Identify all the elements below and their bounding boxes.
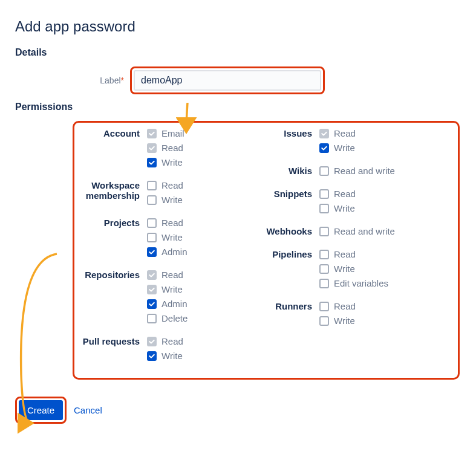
- checkbox-repositories-delete[interactable]: [147, 314, 157, 323]
- perm-option-repositories-admin[interactable]: Admin: [147, 298, 262, 310]
- perm-option-repositories-delete[interactable]: Delete: [147, 313, 262, 325]
- perm-option-issues-read[interactable]: Read: [319, 128, 449, 140]
- perm-group-workspace-membership: Workspace membershipReadWrite: [74, 180, 262, 209]
- perm-option-account-read[interactable]: Read: [147, 142, 262, 154]
- perm-group-projects: ProjectsReadWriteAdmin: [74, 217, 262, 261]
- perm-option-label: Email: [161, 128, 184, 140]
- perm-option-repositories-write[interactable]: Write: [147, 284, 262, 296]
- checkbox-repositories-read[interactable]: [147, 270, 157, 280]
- perm-option-label: Delete: [161, 313, 187, 325]
- perm-option-wikis-read-and-write[interactable]: Read and write: [319, 165, 449, 177]
- perm-option-repositories-read[interactable]: Read: [147, 269, 262, 281]
- required-asterisk: *: [121, 76, 124, 85]
- checkbox-runners-write[interactable]: [319, 316, 329, 326]
- create-button[interactable]: Create: [19, 400, 63, 420]
- perm-group-label-account: Account: [74, 128, 147, 171]
- perm-group-pull-requests: Pull requestsReadWrite: [74, 336, 262, 365]
- perm-option-label: Edit variables: [334, 277, 388, 290]
- checkbox-account-email[interactable]: [147, 129, 157, 138]
- checkbox-pull-requests-write[interactable]: [147, 351, 157, 361]
- permissions-panel: AccountEmailReadWriteWorkspace membershi…: [73, 121, 460, 380]
- perm-option-account-write[interactable]: Write: [147, 157, 262, 169]
- checkbox-repositories-admin[interactable]: [147, 299, 157, 309]
- perm-option-account-email[interactable]: Email: [147, 128, 262, 140]
- checkbox-workspace-membership-read[interactable]: [147, 181, 157, 190]
- perm-group-label-snippets: Snippets: [262, 188, 319, 217]
- checkbox-issues-read[interactable]: [319, 129, 329, 138]
- perm-options-runners: ReadWrite: [319, 300, 449, 329]
- checkbox-account-read[interactable]: [147, 143, 157, 153]
- perm-option-workspace-membership-read[interactable]: Read: [147, 180, 262, 192]
- checkbox-workspace-membership-write[interactable]: [147, 195, 157, 205]
- perm-option-label: Read: [161, 217, 183, 229]
- perm-option-runners-read[interactable]: Read: [319, 300, 449, 313]
- checkbox-pull-requests-read[interactable]: [147, 337, 157, 346]
- perm-option-projects-admin[interactable]: Admin: [147, 246, 262, 258]
- label-field-label: Label*: [15, 76, 130, 85]
- checkbox-snippets-read[interactable]: [319, 189, 329, 199]
- perm-option-label: Read: [334, 300, 356, 313]
- label-input-highlight: [130, 66, 325, 94]
- perm-group-label-wikis: Wikis: [262, 165, 319, 180]
- perm-option-projects-write[interactable]: Write: [147, 232, 262, 244]
- perm-option-label: Read: [161, 142, 183, 154]
- perm-option-pull-requests-write[interactable]: Write: [147, 350, 262, 362]
- checkbox-runners-read[interactable]: [319, 302, 329, 311]
- perm-option-label: Write: [334, 263, 355, 275]
- perm-option-label: Write: [161, 284, 183, 296]
- perm-option-label: Read: [161, 180, 183, 192]
- create-button-highlight: Create: [15, 397, 67, 424]
- perm-option-label: Write: [334, 315, 355, 327]
- perm-option-projects-read[interactable]: Read: [147, 217, 262, 229]
- perm-group-label-pipelines: Pipelines: [262, 248, 319, 292]
- cancel-link[interactable]: Cancel: [74, 405, 102, 415]
- label-input[interactable]: [134, 70, 321, 91]
- perm-group-label-runners: Runners: [262, 300, 319, 329]
- checkbox-pipelines-read[interactable]: [319, 250, 329, 259]
- perm-group-issues: IssuesReadWrite: [262, 128, 449, 157]
- perm-option-label: Read: [334, 128, 356, 140]
- perm-options-pull-requests: ReadWrite: [147, 336, 262, 365]
- checkbox-pipelines-write[interactable]: [319, 264, 329, 274]
- checkbox-snippets-write[interactable]: [319, 204, 329, 213]
- perm-option-label: Read and write: [334, 165, 395, 177]
- perm-options-account: EmailReadWrite: [147, 128, 262, 171]
- perm-group-label-issues: Issues: [262, 128, 319, 157]
- checkbox-issues-write[interactable]: [319, 143, 329, 153]
- perm-option-pipelines-write[interactable]: Write: [319, 263, 449, 275]
- label-field-row: Label*: [15, 66, 461, 94]
- checkbox-webhooks-read-and-write[interactable]: [319, 227, 329, 236]
- perm-option-workspace-membership-write[interactable]: Write: [147, 194, 262, 206]
- perm-group-pipelines: PipelinesReadWriteEdit variables: [262, 248, 449, 292]
- checkbox-repositories-write[interactable]: [147, 285, 157, 294]
- perm-option-snippets-read[interactable]: Read: [319, 188, 449, 200]
- perm-group-runners: RunnersReadWrite: [262, 300, 449, 329]
- perm-option-pipelines-read[interactable]: Read: [319, 248, 449, 261]
- checkbox-account-write[interactable]: [147, 158, 157, 167]
- button-row: Create Cancel: [15, 397, 461, 424]
- perm-option-runners-write[interactable]: Write: [319, 315, 449, 327]
- perm-options-pipelines: ReadWriteEdit variables: [319, 248, 449, 292]
- perm-option-label: Write: [161, 194, 183, 206]
- perm-option-snippets-write[interactable]: Write: [319, 203, 449, 215]
- perm-option-label: Read: [161, 336, 183, 348]
- perm-option-webhooks-read-and-write[interactable]: Read and write: [319, 225, 449, 238]
- perm-options-repositories: ReadWriteAdminDelete: [147, 269, 262, 327]
- perm-option-issues-write[interactable]: Write: [319, 142, 449, 154]
- perm-option-label: Write: [334, 203, 355, 215]
- perm-option-label: Write: [161, 157, 183, 169]
- checkbox-pipelines-edit-variables[interactable]: [319, 279, 329, 288]
- checkbox-projects-write[interactable]: [147, 233, 157, 242]
- perm-option-pipelines-edit-variables[interactable]: Edit variables: [319, 277, 449, 290]
- perm-group-label-pull-requests: Pull requests: [74, 336, 147, 365]
- permissions-heading: Permissions: [15, 102, 461, 112]
- perm-option-pull-requests-read[interactable]: Read: [147, 336, 262, 348]
- permissions-column-right: IssuesReadWriteWikisRead and writeSnippe…: [262, 128, 449, 373]
- perm-options-webhooks: Read and write: [319, 225, 449, 240]
- checkbox-projects-read[interactable]: [147, 218, 157, 228]
- checkbox-wikis-read-and-write[interactable]: [319, 166, 329, 176]
- perm-group-label-repositories: Repositories: [74, 269, 147, 327]
- perm-group-webhooks: WebhooksRead and write: [262, 225, 449, 240]
- checkbox-projects-admin[interactable]: [147, 247, 157, 257]
- perm-group-account: AccountEmailReadWrite: [74, 128, 262, 171]
